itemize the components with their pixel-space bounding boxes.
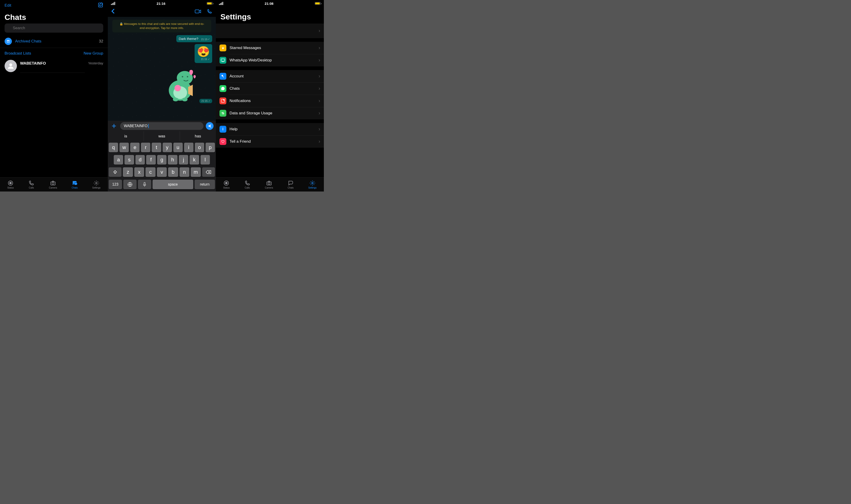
key[interactable]: j	[179, 155, 188, 165]
archived-chats-row[interactable]: Archived Chats 32	[0, 35, 108, 48]
settings-data[interactable]: Data and Storage Usage ›	[216, 107, 324, 120]
key[interactable]: e	[130, 143, 140, 152]
mic-key[interactable]	[138, 180, 151, 189]
page-title: Chats	[0, 9, 108, 23]
battery-icon	[207, 2, 213, 5]
attach-button[interactable]	[110, 122, 118, 130]
tab-label: Settings	[308, 186, 317, 189]
page-title: Settings	[216, 7, 324, 23]
tab-label: Status	[223, 186, 230, 189]
key[interactable]: m	[191, 167, 200, 177]
tab-label: Settings	[92, 186, 101, 189]
tab-settings[interactable]: Settings	[308, 180, 317, 189]
tab-status[interactable]: Status	[7, 180, 14, 189]
tab-camera[interactable]: Camera	[265, 180, 273, 189]
tab-camera[interactable]: Camera	[49, 180, 57, 189]
tab-calls[interactable]: Calls	[244, 180, 250, 189]
dino-sticker	[162, 65, 198, 102]
chevron-right-icon: ›	[319, 110, 320, 116]
settings-web[interactable]: WhatsApp Web/Desktop ›	[216, 54, 324, 67]
outgoing-message[interactable]: Dark theme? 21:15	[176, 35, 212, 42]
settings-account[interactable]: Account ›	[216, 70, 324, 83]
tab-chats[interactable]: Chats	[287, 180, 294, 189]
key[interactable]: f	[146, 155, 156, 165]
globe-key[interactable]	[123, 180, 137, 189]
edit-button[interactable]: Edit	[4, 3, 11, 8]
outgoing-sticker[interactable]: 21:15	[162, 65, 212, 103]
key[interactable]: d	[136, 155, 145, 165]
settings-label: Starred Messages	[230, 46, 319, 50]
tab-status[interactable]: Status	[223, 180, 230, 189]
chat-nav	[108, 7, 216, 17]
svg-point-9	[74, 183, 77, 185]
svg-point-6	[10, 182, 12, 184]
compose-icon[interactable]	[98, 2, 103, 9]
settings-help[interactable]: i Help ›	[216, 123, 324, 136]
video-call-icon[interactable]	[195, 9, 201, 15]
settings-label: Notifications	[230, 98, 319, 103]
key[interactable]: v	[157, 167, 167, 177]
tab-settings[interactable]: Settings	[92, 180, 101, 189]
tab-chats[interactable]: Chats	[72, 180, 78, 189]
chevron-right-icon: ›	[319, 57, 320, 63]
key[interactable]: n	[179, 167, 189, 177]
key[interactable]: l	[200, 155, 210, 165]
key[interactable]: p	[206, 143, 215, 152]
message-input-value: WABETAINFO	[124, 124, 147, 128]
key[interactable]: t	[152, 143, 161, 152]
space-key[interactable]: space	[153, 180, 193, 189]
key[interactable]: s	[124, 155, 134, 165]
tab-label: Calls	[245, 186, 250, 189]
shift-key[interactable]	[109, 167, 122, 177]
key[interactable]: h	[168, 155, 177, 165]
suggestion[interactable]: has	[180, 131, 216, 141]
search-field[interactable]	[0, 23, 108, 35]
numbers-key[interactable]: 123	[109, 180, 122, 189]
broadcast-lists-button[interactable]: Broadcast Lists	[4, 51, 31, 56]
backspace-key[interactable]	[202, 167, 215, 177]
key[interactable]: g	[157, 155, 166, 165]
key[interactable]: q	[109, 143, 118, 152]
suggestion[interactable]: was	[144, 131, 180, 141]
send-button[interactable]	[206, 122, 214, 130]
tab-calls[interactable]: Calls	[28, 180, 34, 189]
settings-notifications[interactable]: Notifications ›	[216, 95, 324, 107]
key[interactable]: o	[195, 143, 204, 152]
chat-list-item[interactable]: WABETAINFO Yesterday	[0, 59, 108, 75]
key[interactable]: r	[141, 143, 150, 152]
tab-label: Status	[7, 186, 14, 189]
settings-tell-friend[interactable]: Tell a Friend ›	[216, 136, 324, 148]
compose-bar: WABETAINFO	[108, 121, 216, 131]
settings-screen: 21:08 Settings › ★ Starred Messages › Wh…	[216, 0, 324, 192]
key[interactable]: x	[134, 167, 144, 177]
status-bar: 21:16	[108, 0, 216, 7]
suggestion[interactable]: is	[108, 131, 144, 141]
key[interactable]: y	[163, 143, 172, 152]
chevron-right-icon: ›	[319, 98, 320, 104]
new-group-button[interactable]: New Group	[84, 51, 103, 56]
clock: 21:08	[265, 2, 273, 5]
key[interactable]: w	[120, 143, 129, 152]
settings-chats[interactable]: Chats ›	[216, 83, 324, 95]
key[interactable]: i	[184, 143, 193, 152]
profile-row[interactable]: ›	[216, 23, 324, 38]
settings-starred[interactable]: ★ Starred Messages ›	[216, 42, 324, 54]
chat-background: 🔒 Messages to this chat and calls are no…	[108, 17, 216, 121]
search-input[interactable]	[4, 23, 103, 33]
outgoing-message-emoji[interactable]: 😍 21:15	[195, 44, 212, 63]
return-key[interactable]: return	[195, 180, 215, 189]
audio-call-icon[interactable]	[206, 9, 213, 15]
back-button[interactable]	[111, 8, 115, 16]
message-input[interactable]: WABETAINFO	[120, 122, 203, 130]
key[interactable]: c	[145, 167, 155, 177]
key[interactable]: u	[173, 143, 183, 152]
key[interactable]: z	[123, 167, 133, 177]
svg-rect-20	[144, 182, 145, 185]
key[interactable]: a	[114, 155, 123, 165]
svg-point-17	[173, 98, 178, 101]
key[interactable]: k	[190, 155, 199, 165]
key[interactable]: b	[168, 167, 178, 177]
encryption-banner[interactable]: 🔒 Messages to this chat and calls are no…	[112, 20, 211, 32]
encryption-text: Messages to this chat and calls are now …	[124, 22, 204, 30]
svg-point-16	[187, 76, 188, 77]
